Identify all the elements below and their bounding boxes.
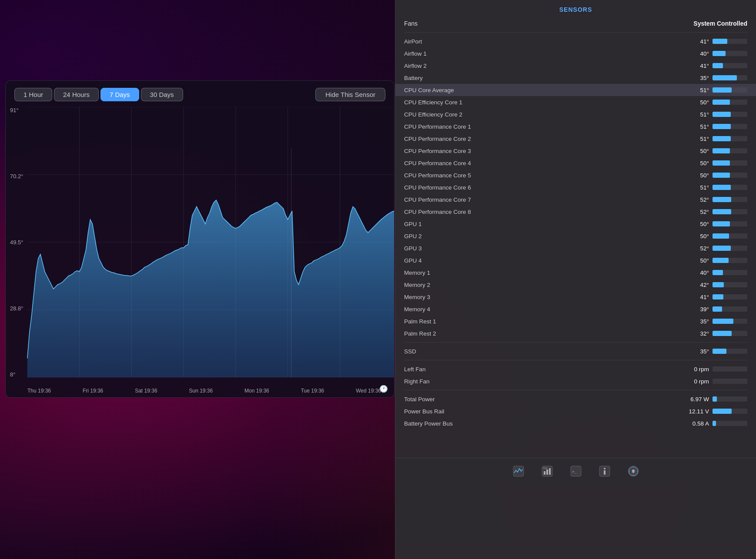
btn-1hour[interactable]: 1 Hour <box>14 88 52 101</box>
btn-24hours[interactable]: 24 Hours <box>54 88 99 101</box>
ssd-value: 35° <box>692 348 709 355</box>
sensor-bar <box>713 246 731 251</box>
svg-rect-16 <box>549 468 551 475</box>
sensor-name: Palm Rest 1 <box>404 318 692 325</box>
sensor-name: GPU 4 <box>404 257 692 264</box>
sensor-bar <box>713 75 737 80</box>
sensor-row-memory-3: Memory 341° <box>395 291 756 303</box>
sensor-name: GPU 3 <box>404 245 692 252</box>
sensor-bar-container <box>713 246 747 251</box>
left-fan-row: Left Fan 0 rpm <box>395 363 756 375</box>
x-label-sun: Sun 19:36 <box>189 388 213 394</box>
sensor-row-memory-1: Memory 140° <box>395 266 756 279</box>
battery-power-bar <box>713 421 716 426</box>
sensor-bar-container <box>713 63 747 68</box>
sensor-name: Palm Rest 2 <box>404 330 692 337</box>
sensor-row-cpu-performance-core-5: CPU Performance Core 550° <box>395 169 756 181</box>
sensor-bar-container <box>713 221 747 226</box>
sensor-row-palm-rest-2: Palm Rest 232° <box>395 327 756 339</box>
power-bus-row: Power Bus Rail 12.11 V <box>395 405 756 417</box>
fans-label: Fans <box>404 20 418 27</box>
sensor-bar-container <box>713 282 747 287</box>
sensor-value: 50° <box>692 160 709 166</box>
ssd-row: SSD 35° <box>395 345 756 357</box>
stats-icon[interactable]: 100 <box>539 463 555 479</box>
sensor-value: 40° <box>692 270 709 276</box>
sensor-value: 51° <box>692 111 709 118</box>
sensor-value: 40° <box>692 50 709 57</box>
sensor-row-gpu-4: GPU 450° <box>395 254 756 266</box>
sensor-bar-container <box>713 197 747 202</box>
sensor-row-memory-4: Memory 439° <box>395 303 756 315</box>
x-label-mon: Mon 19:36 <box>244 388 269 394</box>
sensor-row-cpu-performance-core-4: CPU Performance Core 450° <box>395 157 756 169</box>
sensor-bar <box>713 319 733 324</box>
battery-power-row: Battery Power Bus 0.58 A <box>395 417 756 429</box>
sensor-value: 51° <box>692 184 709 191</box>
sensor-value: 51° <box>692 136 709 142</box>
hide-sensor-button[interactable]: Hide This Sensor <box>315 88 385 101</box>
sensor-bar-container <box>713 294 747 299</box>
sensor-name: GPU 2 <box>404 233 692 240</box>
sensor-name: CPU Performance Core 8 <box>404 209 692 215</box>
sensor-bar <box>713 331 732 336</box>
sensor-name: Airflow 1 <box>404 50 692 57</box>
sensor-name: CPU Efficiency Core 2 <box>404 111 692 118</box>
sensor-bar-container <box>713 112 747 117</box>
sensor-row-cpu-efficiency-core-2: CPU Efficiency Core 251° <box>395 108 756 120</box>
x-label-fri: Fri 19:36 <box>83 388 103 394</box>
x-label-thu: Thu 19:36 <box>27 388 51 394</box>
chart-svg <box>6 107 394 378</box>
btn-30days[interactable]: 30 Days <box>141 88 183 101</box>
btn-7days[interactable]: 7 Days <box>100 88 139 101</box>
ssd-name: SSD <box>404 348 692 355</box>
sensor-bar-container <box>713 331 747 336</box>
sensor-bar-container <box>713 209 747 214</box>
power-bus-bar <box>713 409 732 414</box>
power-bus-bar-container <box>713 409 747 414</box>
sensor-bar <box>713 63 723 68</box>
sensor-bar <box>713 282 724 287</box>
safari-icon[interactable] <box>626 463 641 479</box>
info-icon[interactable] <box>597 463 612 479</box>
sensor-value: 35° <box>692 75 709 81</box>
sensor-row-cpu-performance-core-8: CPU Performance Core 852° <box>395 206 756 218</box>
total-power-name: Total Power <box>404 396 690 403</box>
sensor-bar <box>713 160 730 166</box>
sensor-name: CPU Core Average <box>404 87 692 93</box>
fans-header: Fans System Controlled <box>395 17 756 30</box>
battery-power-bar-container <box>713 421 747 426</box>
sensor-row-gpu-1: GPU 150° <box>395 218 756 230</box>
svg-rect-15 <box>546 469 548 475</box>
terminal-icon[interactable]: >_ <box>568 463 584 479</box>
sensor-value: 50° <box>692 221 709 227</box>
sensor-row-cpu-performance-core-6: CPU Performance Core 651° <box>395 181 756 193</box>
sensor-name: CPU Performance Core 4 <box>404 160 692 166</box>
sensor-name: Memory 2 <box>404 282 692 288</box>
right-fan-row: Right Fan 0 rpm <box>395 375 756 387</box>
sensor-name: AirPort <box>404 38 692 45</box>
sensor-row-cpu-core-average: CPU Core Average51° <box>395 84 756 96</box>
sensor-bar <box>713 221 730 226</box>
activity-monitor-icon[interactable] <box>511 463 526 479</box>
ssd-bar-container <box>713 349 747 354</box>
sensor-value: 52° <box>692 196 709 203</box>
sensor-bar <box>713 270 723 275</box>
sensor-bar-container <box>713 185 747 190</box>
sensor-name: CPU Performance Core 7 <box>404 196 692 203</box>
total-power-bar-container <box>713 396 747 402</box>
sensor-bar <box>713 294 723 299</box>
sensor-row-gpu-3: GPU 352° <box>395 242 756 254</box>
total-power-value: 6.97 W <box>690 396 709 403</box>
sensor-value: 51° <box>692 87 709 93</box>
left-fan-name: Left Fan <box>404 366 692 373</box>
sensor-bar-container <box>713 160 747 166</box>
x-label-tue: Tue 19:36 <box>301 388 324 394</box>
time-range-buttons: 1 Hour 24 Hours 7 Days 30 Days <box>14 88 183 101</box>
sensor-name: Memory 1 <box>404 270 692 276</box>
sensor-name: Memory 4 <box>404 306 692 313</box>
fans-value: System Controlled <box>693 20 747 27</box>
sensor-bar-container <box>713 87 747 93</box>
svg-rect-22 <box>604 470 605 475</box>
sensor-value: 35° <box>692 318 709 325</box>
